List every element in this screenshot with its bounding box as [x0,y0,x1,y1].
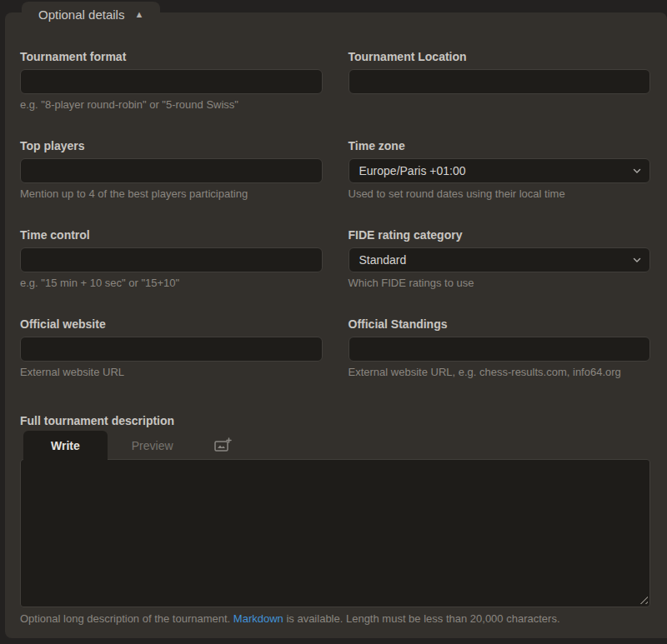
field-top-players: Top players Mention up to 4 of the best … [20,139,323,201]
optional-details-toggle[interactable]: Optional details ▲ [22,2,160,27]
field-tournament-location: Tournament Location [349,50,651,112]
fide-rating-select-wrap: Standard [349,247,651,272]
tournament-format-input[interactable] [20,69,323,94]
time-zone-label: Time zone [349,139,651,152]
tournament-location-label: Tournament Location [349,50,651,63]
time-control-label: Time control [20,228,323,242]
description-textarea[interactable] [20,459,650,607]
insert-image-button[interactable] [212,436,233,456]
optional-details-panel: Tournament format e.g. "8-player round-r… [5,12,667,638]
field-official-standings: Official Standings External website URL,… [349,317,651,379]
full-description-section: Full tournament description Write Previe… [20,414,650,625]
image-plus-icon [213,437,232,454]
official-website-input[interactable] [20,337,323,362]
markdown-link[interactable]: Markdown [233,612,283,625]
optional-details-label: Optional details [38,7,124,22]
description-editor [20,459,650,607]
tab-write[interactable]: Write [23,431,108,460]
tournament-location-input[interactable] [349,69,651,94]
fide-rating-category-select[interactable]: Standard [349,247,651,272]
top-players-hint: Mention up to 4 of the best players part… [20,187,323,201]
description-hint-before: Optional long description of the tournam… [20,612,233,625]
tab-preview[interactable]: Preview [108,431,198,460]
time-zone-hint: Used to set round dates using their loca… [349,187,651,201]
time-zone-select[interactable]: Europe/Paris +01:00 [349,158,651,183]
official-website-hint: External website URL [20,366,323,379]
time-control-hint: e.g. "15 min + 10 sec" or "15+10" [20,277,323,290]
top-players-label: Top players [20,139,323,152]
official-website-label: Official website [20,317,323,331]
fields-grid: Tournament format e.g. "8-player round-r… [20,50,650,407]
full-description-label: Full tournament description [20,414,650,427]
description-hint: Optional long description of the tournam… [20,612,650,625]
top-players-input[interactable] [20,158,323,183]
description-hint-after: is available. Length must be less than 2… [283,612,560,625]
field-time-control: Time control e.g. "15 min + 10 sec" or "… [20,228,323,290]
tournament-format-hint: e.g. "8-player round-robin" or "5-round … [20,98,323,112]
fide-rating-category-label: FIDE rating category [349,228,651,242]
time-control-input[interactable] [20,247,323,272]
field-tournament-format: Tournament format e.g. "8-player round-r… [20,50,323,112]
tournament-format-label: Tournament format [20,50,323,63]
field-time-zone: Time zone Europe/Paris +01:00 Used to se… [349,139,651,201]
official-standings-hint: External website URL, e.g. chess-results… [349,366,651,379]
field-fide-rating-category: FIDE rating category Standard Which FIDE… [349,228,651,290]
editor-tabs: Write Preview [23,431,650,460]
collapse-triangle-icon: ▲ [134,10,143,19]
official-standings-label: Official Standings [349,317,651,331]
field-official-website: Official website External website URL [20,317,323,379]
time-zone-select-wrap: Europe/Paris +01:00 [349,158,651,183]
fide-rating-category-hint: Which FIDE ratings to use [349,277,651,290]
official-standings-input[interactable] [349,337,651,362]
